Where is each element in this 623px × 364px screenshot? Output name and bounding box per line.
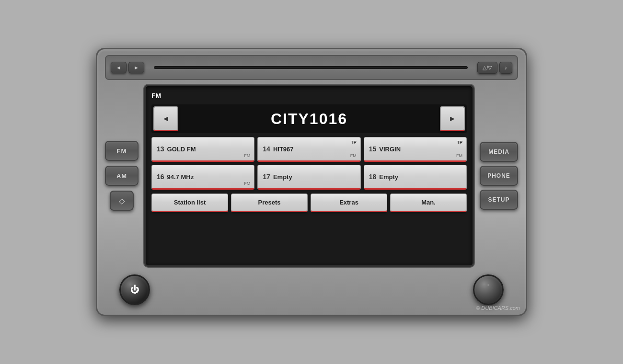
- right-controls: MEDIA PHONE SETUP: [480, 142, 518, 210]
- back-button[interactable]: ◇: [110, 191, 134, 211]
- preset-button-18[interactable]: 18Empty: [364, 165, 467, 190]
- function-button-station-list[interactable]: Station list: [151, 193, 228, 212]
- display-screen: FM ◄ CITY1016 ► 13GOLD FMFM14HIT967TPFM1…: [144, 85, 474, 267]
- top-next-button[interactable]: ►: [128, 62, 144, 73]
- power-icon: ⏻: [130, 285, 139, 295]
- function-button-presets[interactable]: Presets: [231, 193, 308, 212]
- top-left-buttons: ◄ ►: [111, 62, 144, 73]
- next-station-button[interactable]: ►: [440, 106, 465, 131]
- preset-button-16[interactable]: 1694.7 MHzFM: [151, 165, 254, 190]
- main-area: FM AM ◇ FM ◄ CITY1016 ► 13GOLD FMFM14HIT…: [105, 85, 518, 267]
- station-display: ◄ CITY1016 ►: [151, 104, 467, 133]
- media-button[interactable]: MEDIA: [480, 142, 518, 162]
- cd-slot: [154, 66, 468, 69]
- music-button[interactable]: ♪: [499, 62, 513, 74]
- preset-button-14[interactable]: 14HIT967TPFM: [257, 137, 360, 162]
- presets-grid: 13GOLD FMFM14HIT967TPFM15VIRGINTPFM1694.…: [151, 137, 467, 190]
- knob-indicator: [487, 284, 489, 286]
- station-name: CITY1016: [182, 110, 436, 128]
- fm-button[interactable]: FM: [105, 141, 138, 161]
- preset-button-17[interactable]: 17Empty: [257, 165, 360, 190]
- function-button-extras[interactable]: Extras: [311, 193, 387, 212]
- head-unit: ◄ ► △/▽ ♪ FM AM ◇ FM ◄ CITY1016 ►: [96, 48, 527, 316]
- watermark: © DUBICARS.com: [476, 305, 520, 311]
- top-right-buttons: △/▽ ♪: [477, 62, 512, 74]
- am-button[interactable]: AM: [105, 166, 138, 186]
- eject-button[interactable]: △/▽: [477, 62, 497, 74]
- function-button-man.[interactable]: Man.: [390, 193, 467, 212]
- preset-button-15[interactable]: 15VIRGINTPFM: [364, 137, 467, 162]
- bottom-strip: ⏻: [105, 271, 518, 309]
- tuner-knob[interactable]: [473, 274, 504, 305]
- phone-button[interactable]: PHONE: [480, 166, 518, 186]
- cd-deck-strip: ◄ ► △/▽ ♪: [105, 55, 518, 80]
- setup-button[interactable]: SETUP: [480, 190, 518, 210]
- top-prev-button[interactable]: ◄: [111, 62, 127, 73]
- power-volume-knob[interactable]: ⏻: [119, 274, 150, 305]
- left-controls: FM AM ◇: [105, 141, 138, 211]
- prev-station-button[interactable]: ◄: [153, 106, 178, 131]
- mode-label: FM: [151, 92, 467, 100]
- function-buttons: Station listPresetsExtrasMan.: [151, 193, 467, 212]
- preset-button-13[interactable]: 13GOLD FMFM: [151, 137, 254, 162]
